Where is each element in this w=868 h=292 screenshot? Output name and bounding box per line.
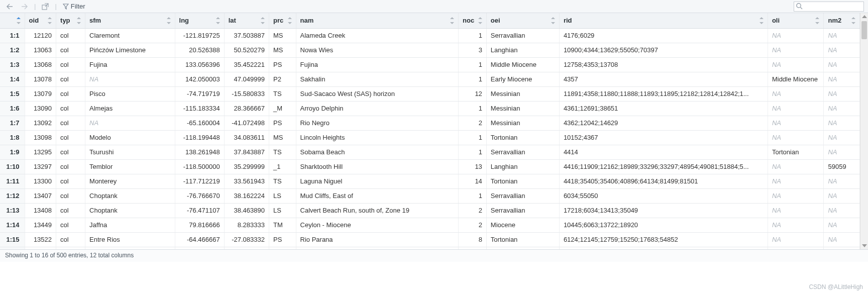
cell-oei: Messinian: [486, 86, 559, 101]
cell-oid: 13297: [25, 159, 56, 174]
cell-nam: Lincoln Heights: [296, 130, 459, 145]
row-number: 1:5: [0, 86, 25, 101]
arrow-right-icon: [21, 4, 28, 10]
table-row[interactable]: 1:1513522colEntre Rios-64.466667-27.0833…: [0, 232, 860, 247]
cell-prc: TS: [269, 145, 296, 159]
cell-oid: 13098: [25, 130, 56, 145]
table-row[interactable]: 1:313068colFujina133.05639635.452221PSFu…: [0, 57, 860, 72]
col-header-nm2[interactable]: nm2: [824, 13, 860, 28]
cell-lng: -74.719719: [175, 86, 224, 101]
vertical-scrollbar[interactable]: [860, 13, 868, 249]
cell-nam: Barrancas del Rio Parana: [296, 247, 459, 249]
cell-prc: LS: [269, 188, 296, 203]
col-header-rid[interactable]: rid: [559, 13, 768, 28]
col-label: sfm: [89, 17, 101, 24]
sort-icon[interactable]: [166, 17, 172, 24]
col-header-noc[interactable]: noc: [459, 13, 487, 28]
cell-noc: 14: [459, 174, 487, 188]
col-header-lng[interactable]: lng: [175, 13, 224, 28]
table-row[interactable]: 1:1313408colChoptank-76.47110738.463890L…: [0, 203, 860, 218]
status-bar: Showing 1 to 16 of 500 entries, 12 total…: [0, 249, 868, 262]
cell-oei: Tortonian: [486, 174, 559, 188]
col-label: prc: [273, 17, 283, 24]
cell-noc: 1: [459, 188, 487, 203]
row-header-col[interactable]: [0, 13, 25, 28]
cell-noc: 8: [459, 232, 487, 247]
table-row[interactable]: 1:513079colPisco-74.719719-15.580833TSSu…: [0, 86, 860, 101]
cell-oei: Serravallian: [486, 145, 559, 159]
cell-lng: -118.199448: [175, 130, 224, 145]
col-label: oli: [772, 17, 780, 24]
scroll-thumb[interactable]: [861, 21, 867, 39]
table-row[interactable]: 1:1113300colMonterey-117.71221933.561943…: [0, 174, 860, 188]
col-header-nam[interactable]: nam: [296, 13, 459, 28]
separator: |: [34, 3, 36, 10]
cell-nm2: NA: [824, 86, 860, 101]
sort-icon[interactable]: [477, 17, 483, 24]
cell-nm2: NA: [824, 43, 860, 57]
cell-nam: Fujina: [296, 57, 459, 72]
filter-button[interactable]: Filter: [61, 2, 87, 11]
grid-scroll[interactable]: oidtypsfmlnglatprcnamnocoeiridolinm2 1:1…: [0, 13, 860, 249]
sort-icon[interactable]: [47, 17, 53, 24]
col-header-lat[interactable]: lat: [224, 13, 269, 28]
table-row[interactable]: 1:713092colNA-65.160004-41.072498PSRio N…: [0, 116, 860, 130]
sort-icon[interactable]: [814, 17, 820, 24]
sort-icon[interactable]: [758, 17, 765, 24]
col-header-oli[interactable]: oli: [768, 13, 824, 28]
nav-back-button[interactable]: [4, 3, 15, 11]
cell-oli: NA: [768, 218, 824, 232]
popout-button[interactable]: [40, 2, 51, 11]
table-row[interactable]: 1:1613526colEntre Rios-59.250000-33.7166…: [0, 247, 860, 249]
grid-wrap: oidtypsfmlnglatprcnamnocoeiridolinm2 1:1…: [0, 13, 868, 249]
table-row[interactable]: 1:213063colPińczów Limestone20.52638850.…: [0, 43, 860, 57]
col-header-oid[interactable]: oid: [25, 13, 56, 28]
cell-sfm: Entre Rios: [85, 247, 175, 249]
cell-oli: NA: [768, 203, 824, 218]
cell-nam: Sakhalin: [296, 72, 459, 86]
table-row[interactable]: 1:1213407colChoptank-76.76667038.162224L…: [0, 188, 860, 203]
cell-typ: col: [56, 116, 85, 130]
cell-lat: 38.162224: [224, 188, 269, 203]
sort-icon[interactable]: [260, 17, 266, 24]
table-row[interactable]: 1:413078colNA142.05000347.049999P2Sakhal…: [0, 72, 860, 86]
nav-forward-button[interactable]: [19, 3, 30, 11]
table-row[interactable]: 1:813098colModelo-118.19944834.083611MSL…: [0, 130, 860, 145]
sort-icon[interactable]: [287, 17, 293, 24]
cell-sfm: Pisco: [85, 86, 175, 101]
table-row[interactable]: 1:112120colClaremont-121.81972537.503887…: [0, 28, 860, 43]
sort-icon[interactable]: [215, 17, 221, 24]
sort-icon[interactable]: [76, 17, 82, 24]
separator: |: [55, 3, 56, 10]
col-header-oei[interactable]: oei: [486, 13, 559, 28]
cell-noc: 1: [459, 130, 487, 145]
col-header-sfm[interactable]: sfm: [85, 13, 175, 28]
col-label: typ: [60, 17, 70, 24]
sort-icon[interactable]: [850, 17, 856, 24]
col-header-prc[interactable]: prc: [269, 13, 296, 28]
col-header-typ[interactable]: typ: [56, 13, 85, 28]
table-row[interactable]: 1:913295colTsurushi138.26194837.843887TS…: [0, 145, 860, 159]
table-row[interactable]: 1:1013297colTemblor-118.50000035.299999_…: [0, 159, 860, 174]
cell-oid: 13063: [25, 43, 56, 57]
cell-lat: 35.452221: [224, 57, 269, 72]
sort-icon[interactable]: [550, 17, 556, 24]
sort-icon[interactable]: [16, 17, 22, 24]
cell-sfm: Modelo: [85, 130, 175, 145]
cell-typ: col: [56, 174, 85, 188]
cell-nm2: NA: [824, 145, 860, 159]
search-input[interactable]: [794, 2, 864, 12]
cell-oli: NA: [768, 28, 824, 43]
row-number: 1:14: [0, 218, 25, 232]
cell-lat: 38.463890: [224, 203, 269, 218]
table-row[interactable]: 1:1413449colJaffna79.8166668.283333TMCey…: [0, 218, 860, 232]
row-number: 1:12: [0, 188, 25, 203]
row-number: 1:8: [0, 130, 25, 145]
row-number: 1:16: [0, 247, 25, 249]
cell-lng: -65.160004: [175, 116, 224, 130]
scroll-up-icon[interactable]: [862, 15, 867, 18]
sort-icon[interactable]: [449, 17, 455, 24]
cell-oei: Serravallian: [486, 28, 559, 43]
table-row[interactable]: 1:613090colAlmejas-115.18333428.366667_M…: [0, 101, 860, 116]
scroll-down-icon[interactable]: [862, 244, 867, 247]
